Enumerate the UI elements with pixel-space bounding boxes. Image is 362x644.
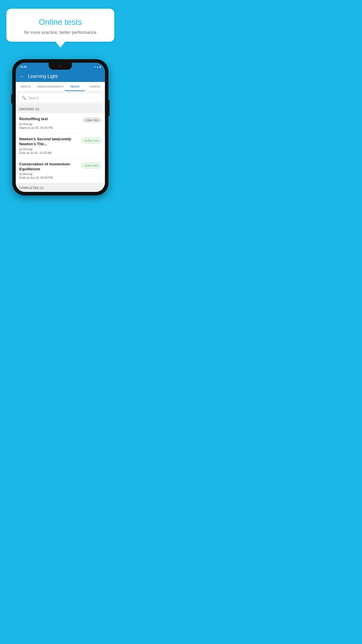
back-button[interactable]: ←	[20, 74, 24, 79]
camera	[59, 65, 61, 67]
battery-icon: ▮	[100, 66, 101, 68]
test-name-2: Newton's Second law(contd)-Newton's Thir…	[19, 137, 79, 147]
test-name-3: Conservation of momentum-Equilibrium	[19, 162, 79, 172]
test-author-1: by Anurag	[19, 123, 80, 126]
search-area: 🔍 Search	[16, 91, 105, 104]
list-item[interactable]: Reshuffling test by Anurag Starts at Jul…	[16, 113, 105, 133]
list-item[interactable]: Conservation of momentum-Equilibrium by …	[16, 158, 105, 183]
completed-title: COMPLETED (1)	[19, 186, 44, 190]
test-info-3: Conservation of momentum-Equilibrium by …	[19, 162, 79, 180]
speech-bubble: Online tests for more practice, better p…	[6, 9, 114, 42]
test-info-1: Reshuffling test by Anurag Starts at Jul…	[19, 117, 80, 130]
test-badge-2: Online Test	[81, 137, 101, 144]
ongoing-section-header: ONGOING (3)	[16, 104, 105, 113]
test-badge-1: Class Test	[83, 117, 101, 123]
app-header: ← Learning Light	[16, 71, 105, 82]
promo-section: Online tests for more practice, better p…	[0, 0, 121, 45]
status-time: 14:29	[20, 65, 27, 68]
tab-videos[interactable]: VIDEOS	[85, 82, 105, 91]
app-title: Learning Light	[28, 74, 57, 79]
signal-icon: ▲	[96, 66, 99, 68]
phone-outer: 14:29 ▾ ▲ ▮ ← Learning Light MENTS	[12, 59, 108, 195]
search-icon: 🔍	[22, 96, 26, 100]
notch	[49, 63, 72, 70]
test-author-3: by Anurag	[19, 172, 79, 176]
bubble-subtitle: for more practice, better performance	[15, 30, 106, 35]
completed-section-header: COMPLETED (1)	[16, 183, 105, 192]
tab-ments[interactable]: MENTS	[16, 82, 36, 91]
test-time-3: Ends at Jun 10, 06:00 PM	[19, 176, 79, 179]
test-badge-3: Online Test	[81, 162, 101, 169]
test-author-2: by Anurag	[19, 148, 79, 151]
bubble-title: Online tests	[15, 18, 106, 27]
test-name-1: Reshuffling test	[19, 117, 80, 122]
phone-mockup: 14:29 ▾ ▲ ▮ ← Learning Light MENTS	[12, 59, 108, 195]
status-icons: ▾ ▲ ▮	[94, 66, 101, 68]
search-bar[interactable]: 🔍 Search	[19, 94, 102, 102]
status-bar: 14:29 ▾ ▲ ▮	[16, 63, 105, 71]
ongoing-title: ONGOING (3)	[19, 108, 39, 111]
wifi-icon: ▾	[94, 66, 96, 68]
test-time-1: Starts at Jul 05, 05:45 PM	[19, 126, 80, 130]
search-placeholder: Search	[28, 96, 39, 100]
test-time-2: Ends at Jul 06, 10:45 AM	[19, 151, 79, 155]
phone-screen: 14:29 ▾ ▲ ▮ ← Learning Light MENTS	[16, 63, 105, 192]
list-item[interactable]: Newton's Second law(contd)-Newton's Thir…	[16, 133, 105, 158]
test-list: Reshuffling test by Anurag Starts at Jul…	[16, 113, 105, 183]
tabs-container: MENTS ANNOUNCEMENTS TESTS VIDEOS	[16, 82, 105, 91]
tab-tests[interactable]: TESTS	[65, 82, 85, 91]
test-info-2: Newton's Second law(contd)-Newton's Thir…	[19, 137, 79, 155]
tab-announcements[interactable]: ANNOUNCEMENTS	[36, 82, 65, 91]
